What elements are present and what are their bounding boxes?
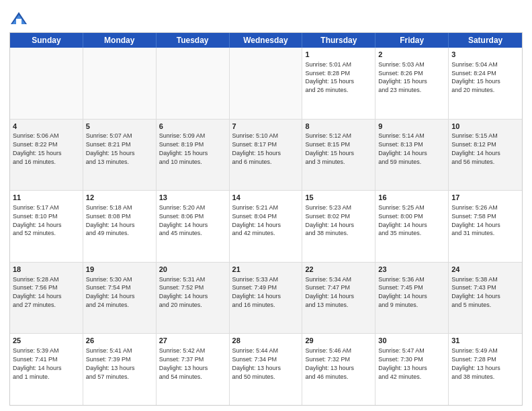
day-number: 18: [13, 265, 80, 275]
day-number: 2: [378, 50, 445, 60]
calendar-cell: 31Sunrise: 5:49 AM Sunset: 7:28 PM Dayli…: [449, 334, 522, 405]
calendar-cell: 17Sunrise: 5:26 AM Sunset: 7:58 PM Dayli…: [449, 191, 522, 262]
cell-text: Sunrise: 5:34 AM Sunset: 7:47 PM Dayligh…: [305, 276, 354, 308]
cell-text: Sunrise: 5:49 AM Sunset: 7:28 PM Dayligh…: [451, 347, 500, 379]
calendar-cell: 28Sunrise: 5:44 AM Sunset: 7:34 PM Dayli…: [230, 334, 303, 405]
calendar-header-cell: Sunday: [10, 33, 83, 48]
cell-text: Sunrise: 5:36 AM Sunset: 7:45 PM Dayligh…: [378, 276, 427, 308]
cell-text: Sunrise: 5:17 AM Sunset: 8:10 PM Dayligh…: [13, 204, 62, 236]
logo-icon: [9, 9, 28, 28]
calendar-header-cell: Friday: [375, 33, 449, 48]
calendar-cell: 4Sunrise: 5:06 AM Sunset: 8:22 PM Daylig…: [10, 120, 83, 191]
calendar-cell: 15Sunrise: 5:23 AM Sunset: 8:02 PM Dayli…: [302, 191, 375, 262]
calendar-cell: 13Sunrise: 5:20 AM Sunset: 8:06 PM Dayli…: [157, 191, 230, 262]
calendar-cell: 10Sunrise: 5:15 AM Sunset: 8:12 PM Dayli…: [449, 120, 522, 191]
cell-text: Sunrise: 5:41 AM Sunset: 7:39 PM Dayligh…: [86, 347, 135, 379]
cell-text: Sunrise: 5:31 AM Sunset: 7:52 PM Dayligh…: [159, 276, 208, 308]
cell-text: Sunrise: 5:14 AM Sunset: 8:13 PM Dayligh…: [378, 132, 427, 165]
calendar-cell: 5Sunrise: 5:07 AM Sunset: 8:21 PM Daylig…: [83, 120, 157, 191]
day-number: 28: [232, 336, 300, 346]
day-number: 30: [378, 336, 445, 346]
calendar-cell: 6Sunrise: 5:09 AM Sunset: 8:19 PM Daylig…: [157, 120, 230, 191]
calendar-cell: 29Sunrise: 5:46 AM Sunset: 7:32 PM Dayli…: [302, 334, 375, 405]
page: SundayMondayTuesdayWednesdayThursdayFrid…: [0, 0, 532, 411]
day-number: 29: [305, 336, 372, 346]
cell-text: Sunrise: 5:15 AM Sunset: 8:12 PM Dayligh…: [451, 132, 500, 165]
day-number: 7: [232, 122, 300, 132]
calendar-cell: 25Sunrise: 5:39 AM Sunset: 7:41 PM Dayli…: [10, 334, 83, 405]
cell-text: Sunrise: 5:47 AM Sunset: 7:30 PM Dayligh…: [378, 347, 427, 379]
calendar-week: 18Sunrise: 5:28 AM Sunset: 7:56 PM Dayli…: [10, 263, 522, 334]
cell-text: Sunrise: 5:46 AM Sunset: 7:32 PM Dayligh…: [305, 347, 354, 379]
cell-text: Sunrise: 5:38 AM Sunset: 7:43 PM Dayligh…: [451, 276, 500, 308]
day-number: 13: [159, 193, 226, 203]
day-number: 3: [451, 50, 519, 60]
day-number: 10: [451, 122, 519, 132]
cell-text: Sunrise: 5:23 AM Sunset: 8:02 PM Dayligh…: [305, 204, 354, 236]
calendar-cell: 22Sunrise: 5:34 AM Sunset: 7:47 PM Dayli…: [302, 263, 375, 334]
day-number: 25: [13, 336, 80, 346]
calendar-cell: 7Sunrise: 5:10 AM Sunset: 8:17 PM Daylig…: [230, 120, 303, 191]
cell-text: Sunrise: 5:03 AM Sunset: 8:26 PM Dayligh…: [378, 61, 427, 93]
calendar-header-cell: Wednesday: [230, 33, 303, 48]
calendar-cell: 19Sunrise: 5:30 AM Sunset: 7:54 PM Dayli…: [83, 263, 157, 334]
cell-text: Sunrise: 5:12 AM Sunset: 8:15 PM Dayligh…: [305, 132, 354, 165]
cell-text: Sunrise: 5:30 AM Sunset: 7:54 PM Dayligh…: [86, 276, 135, 308]
day-number: 31: [451, 336, 519, 346]
calendar-cell: 16Sunrise: 5:25 AM Sunset: 8:00 PM Dayli…: [375, 191, 449, 262]
cell-text: Sunrise: 5:10 AM Sunset: 8:17 PM Dayligh…: [232, 132, 281, 165]
calendar-week: 1Sunrise: 5:01 AM Sunset: 8:28 PM Daylig…: [10, 48, 522, 120]
calendar: SundayMondayTuesdayWednesdayThursdayFrid…: [9, 32, 523, 406]
calendar-header: SundayMondayTuesdayWednesdayThursdayFrid…: [10, 33, 522, 48]
calendar-week: 25Sunrise: 5:39 AM Sunset: 7:41 PM Dayli…: [10, 334, 522, 405]
day-number: 9: [378, 122, 445, 132]
calendar-cell: [10, 48, 83, 119]
cell-text: Sunrise: 5:04 AM Sunset: 8:24 PM Dayligh…: [451, 61, 500, 93]
cell-text: Sunrise: 5:20 AM Sunset: 8:06 PM Dayligh…: [159, 204, 208, 236]
calendar-cell: 2Sunrise: 5:03 AM Sunset: 8:26 PM Daylig…: [375, 48, 449, 119]
calendar-cell: 18Sunrise: 5:28 AM Sunset: 7:56 PM Dayli…: [10, 263, 83, 334]
day-number: 19: [86, 265, 153, 275]
day-number: 23: [378, 265, 445, 275]
cell-text: Sunrise: 5:39 AM Sunset: 7:41 PM Dayligh…: [13, 347, 62, 379]
calendar-week: 11Sunrise: 5:17 AM Sunset: 8:10 PM Dayli…: [10, 191, 522, 263]
day-number: 20: [159, 265, 226, 275]
calendar-header-cell: Tuesday: [157, 33, 230, 48]
calendar-cell: 8Sunrise: 5:12 AM Sunset: 8:15 PM Daylig…: [302, 120, 375, 191]
calendar-cell: 9Sunrise: 5:14 AM Sunset: 8:13 PM Daylig…: [375, 120, 449, 191]
svg-rect-2: [16, 19, 21, 24]
day-number: 14: [232, 193, 300, 203]
cell-text: Sunrise: 5:28 AM Sunset: 7:56 PM Dayligh…: [13, 276, 62, 308]
day-number: 24: [451, 265, 519, 275]
calendar-cell: 30Sunrise: 5:47 AM Sunset: 7:30 PM Dayli…: [375, 334, 449, 405]
calendar-cell: 11Sunrise: 5:17 AM Sunset: 8:10 PM Dayli…: [10, 191, 83, 262]
calendar-body: 1Sunrise: 5:01 AM Sunset: 8:28 PM Daylig…: [10, 48, 522, 405]
cell-text: Sunrise: 5:07 AM Sunset: 8:21 PM Dayligh…: [86, 132, 135, 165]
calendar-cell: [230, 48, 303, 119]
cell-text: Sunrise: 5:25 AM Sunset: 8:00 PM Dayligh…: [378, 204, 427, 236]
calendar-cell: 27Sunrise: 5:42 AM Sunset: 7:37 PM Dayli…: [157, 334, 230, 405]
calendar-cell: [157, 48, 230, 119]
day-number: 12: [86, 193, 153, 203]
day-number: 1: [305, 50, 372, 60]
cell-text: Sunrise: 5:06 AM Sunset: 8:22 PM Dayligh…: [13, 132, 62, 165]
calendar-header-cell: Monday: [83, 33, 157, 48]
day-number: 4: [13, 122, 80, 132]
day-number: 21: [232, 265, 300, 275]
day-number: 15: [305, 193, 372, 203]
calendar-cell: 3Sunrise: 5:04 AM Sunset: 8:24 PM Daylig…: [449, 48, 522, 119]
cell-text: Sunrise: 5:33 AM Sunset: 7:49 PM Dayligh…: [232, 276, 281, 308]
calendar-cell: [83, 48, 157, 119]
calendar-cell: 26Sunrise: 5:41 AM Sunset: 7:39 PM Dayli…: [83, 334, 157, 405]
day-number: 27: [159, 336, 226, 346]
calendar-cell: 23Sunrise: 5:36 AM Sunset: 7:45 PM Dayli…: [375, 263, 449, 334]
calendar-cell: 21Sunrise: 5:33 AM Sunset: 7:49 PM Dayli…: [230, 263, 303, 334]
logo: [9, 9, 31, 28]
day-number: 26: [86, 336, 153, 346]
day-number: 16: [378, 193, 445, 203]
calendar-cell: 20Sunrise: 5:31 AM Sunset: 7:52 PM Dayli…: [157, 263, 230, 334]
day-number: 17: [451, 193, 519, 203]
calendar-cell: 24Sunrise: 5:38 AM Sunset: 7:43 PM Dayli…: [449, 263, 522, 334]
calendar-cell: 12Sunrise: 5:18 AM Sunset: 8:08 PM Dayli…: [83, 191, 157, 262]
cell-text: Sunrise: 5:01 AM Sunset: 8:28 PM Dayligh…: [305, 61, 354, 93]
